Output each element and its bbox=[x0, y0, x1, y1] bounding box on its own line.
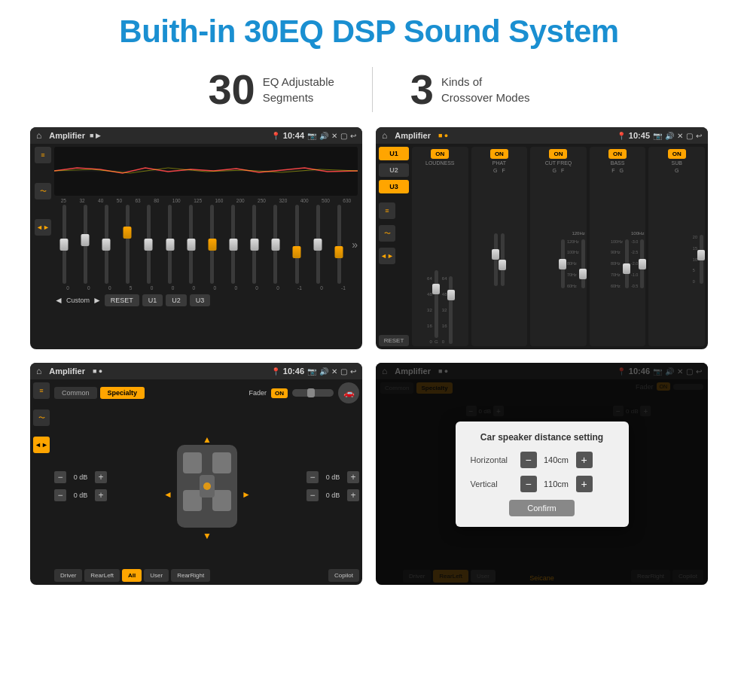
eq-slider-col[interactable] bbox=[224, 205, 243, 284]
eq-slider-col-orange[interactable] bbox=[117, 205, 137, 284]
confirm-button[interactable]: Confirm bbox=[509, 500, 575, 516]
cutfreq-toggle[interactable]: ON bbox=[549, 149, 567, 159]
eq-prev-button[interactable]: ◄ bbox=[54, 295, 63, 306]
sub-name: SUB bbox=[671, 160, 682, 166]
dsp-reset-button[interactable]: RESET bbox=[379, 335, 409, 346]
phat-toggle[interactable]: ON bbox=[490, 149, 508, 159]
phat-track-2[interactable] bbox=[501, 233, 505, 286]
bal-eq-icon[interactable]: ≡ bbox=[33, 382, 50, 399]
bal-lr-icon[interactable]: ◄► bbox=[33, 437, 50, 453]
cutfreq-track-1[interactable] bbox=[561, 239, 565, 288]
dsp-wave-icon[interactable]: 〜 bbox=[379, 225, 395, 242]
eq-slider-col[interactable] bbox=[139, 205, 158, 284]
bal-pin-icon: 📍 bbox=[271, 367, 280, 376]
bal-btn-rearright[interactable]: RearRight bbox=[171, 569, 210, 582]
db-plus-4[interactable]: + bbox=[347, 489, 359, 501]
cutfreq-sliders: 120Hz 120Hz100Hz80Hz70Hz60Hz bbox=[532, 175, 585, 344]
eq-reset-button[interactable]: RESET bbox=[105, 294, 139, 306]
eq-home-icon[interactable]: ⌂ bbox=[36, 130, 41, 141]
eq-slider-col-orange4[interactable] bbox=[329, 205, 349, 284]
balance-screen: ⌂ Amplifier ■ ● 📍 10:46 📷 🔊 ✕ ▢ ↩ ≡ 〜 ◄► bbox=[30, 363, 362, 585]
dsp-preset-u3[interactable]: U3 bbox=[379, 180, 409, 193]
stat-number-eq: 30 bbox=[208, 65, 255, 114]
eq-slider-col[interactable] bbox=[96, 205, 116, 284]
bal-tab-specialty[interactable]: Specialty bbox=[100, 387, 145, 399]
bass-track-2[interactable] bbox=[640, 239, 644, 288]
dsp-band-sub: ON SUB G 20151050 bbox=[648, 147, 705, 346]
eq-bottom-bar: ◄ Custom ► RESET U1 U2 U3 bbox=[54, 292, 358, 309]
bal-content: ≡ 〜 ◄► Common Specialty Fader ON bbox=[30, 379, 362, 585]
db-minus-1[interactable]: − bbox=[54, 471, 66, 483]
bal-wave-icon[interactable]: 〜 bbox=[33, 409, 50, 426]
sub-toggle[interactable]: ON bbox=[668, 149, 686, 159]
eq-slider-col[interactable] bbox=[160, 205, 179, 284]
eq-icon-2[interactable]: 〜 bbox=[35, 183, 51, 199]
dsp-preset-u1[interactable]: U1 bbox=[379, 147, 409, 160]
db-minus-4[interactable]: − bbox=[306, 489, 319, 501]
dialog-horizontal-row: Horizontal − 140cm + bbox=[471, 452, 614, 468]
dsp-x-icon[interactable]: ✕ bbox=[677, 132, 683, 140]
eq-u3-button[interactable]: U3 bbox=[190, 294, 211, 306]
eq-content: ≡ 〜 ◄► 253240506380100125160200250320400… bbox=[30, 144, 362, 349]
db-control-4: − 0 dB + bbox=[306, 489, 359, 501]
eq-screen: ⌂ Amplifier ■ ▶ 📍 10:44 📷 🔊 ✕ ▢ ↩ ≡ 〜 ◄► bbox=[30, 127, 362, 349]
bal-x-icon[interactable]: ✕ bbox=[331, 367, 337, 376]
db-minus-2[interactable]: − bbox=[54, 489, 66, 501]
bass-track-1[interactable] bbox=[625, 239, 629, 288]
eq-u1-button[interactable]: U1 bbox=[142, 294, 163, 306]
eq-slider-col-orange2[interactable] bbox=[203, 205, 222, 284]
bal-btn-all[interactable]: All bbox=[122, 569, 142, 582]
eq-app-name: Amplifier bbox=[49, 131, 85, 140]
eq-more-icon[interactable]: » bbox=[352, 239, 358, 251]
car-settings-icon[interactable]: 🚗 bbox=[338, 382, 359, 403]
eq-icon-3[interactable]: ◄► bbox=[35, 219, 51, 236]
eq-slider-col[interactable] bbox=[54, 205, 74, 284]
cutfreq-track-2[interactable] bbox=[581, 239, 585, 288]
dialog-horizontal-plus[interactable]: + bbox=[576, 452, 593, 468]
phat-track-1[interactable] bbox=[494, 233, 498, 286]
eq-slider-col[interactable] bbox=[245, 205, 264, 284]
bal-back-icon[interactable]: ↩ bbox=[350, 367, 356, 376]
eq-back-icon[interactable]: ↩ bbox=[350, 132, 356, 140]
bal-status-bar: ⌂ Amplifier ■ ● 📍 10:46 📷 🔊 ✕ ▢ ↩ bbox=[30, 363, 362, 379]
eq-icon-1[interactable]: ≡ bbox=[35, 147, 51, 163]
bal-home-icon[interactable]: ⌂ bbox=[36, 366, 41, 376]
dsp-back-icon[interactable]: ↩ bbox=[696, 132, 702, 140]
dsp-eq-icon[interactable]: ≡ bbox=[379, 202, 395, 219]
svg-rect-3 bbox=[212, 452, 231, 473]
eq-slider-col[interactable] bbox=[181, 205, 201, 284]
bal-tab-common[interactable]: Common bbox=[54, 387, 97, 399]
eq-slider-col[interactable] bbox=[266, 205, 285, 284]
loudness-toggle[interactable]: ON bbox=[431, 149, 449, 159]
dsp-lr-icon[interactable]: ◄► bbox=[379, 248, 395, 264]
loudness-track-1[interactable] bbox=[435, 270, 438, 338]
dialog-horizontal-minus[interactable]: − bbox=[520, 452, 537, 468]
dialog-vertical-minus[interactable]: − bbox=[520, 476, 537, 492]
svg-rect-5 bbox=[212, 490, 231, 511]
eq-x-icon[interactable]: ✕ bbox=[331, 132, 337, 140]
eq-u2-button[interactable]: U2 bbox=[166, 294, 187, 306]
sub-track-1[interactable] bbox=[700, 235, 703, 284]
bass-name: BASS bbox=[611, 160, 625, 166]
db-plus-2[interactable]: + bbox=[95, 489, 107, 501]
eq-slider-col[interactable] bbox=[308, 205, 328, 284]
loudness-track-2[interactable] bbox=[449, 276, 453, 344]
bal-btn-rearleft[interactable]: RearLeft bbox=[84, 569, 120, 582]
bal-left-controls: − 0 dB + − 0 dB + bbox=[54, 471, 107, 501]
eq-freq-labels: 253240506380100125160200250320400500630 bbox=[54, 198, 358, 203]
eq-slider-col-orange3[interactable] bbox=[287, 205, 306, 284]
dsp-camera-icon: 📷 bbox=[653, 132, 662, 140]
eq-slider-col[interactable] bbox=[75, 205, 95, 284]
db-minus-3[interactable]: − bbox=[306, 471, 319, 483]
bass-toggle[interactable]: ON bbox=[608, 149, 627, 159]
fader-track[interactable] bbox=[292, 389, 334, 397]
dialog-vertical-plus[interactable]: + bbox=[576, 476, 593, 492]
bal-btn-copilot[interactable]: Copilot bbox=[328, 569, 359, 582]
db-plus-1[interactable]: + bbox=[95, 471, 107, 483]
db-plus-3[interactable]: + bbox=[347, 471, 359, 483]
bal-btn-driver[interactable]: Driver bbox=[54, 569, 82, 582]
eq-next-button[interactable]: ► bbox=[93, 295, 102, 306]
dsp-preset-u2[interactable]: U2 bbox=[379, 163, 409, 177]
bal-btn-user[interactable]: User bbox=[144, 569, 169, 582]
dsp-home-icon[interactable]: ⌂ bbox=[382, 130, 387, 141]
